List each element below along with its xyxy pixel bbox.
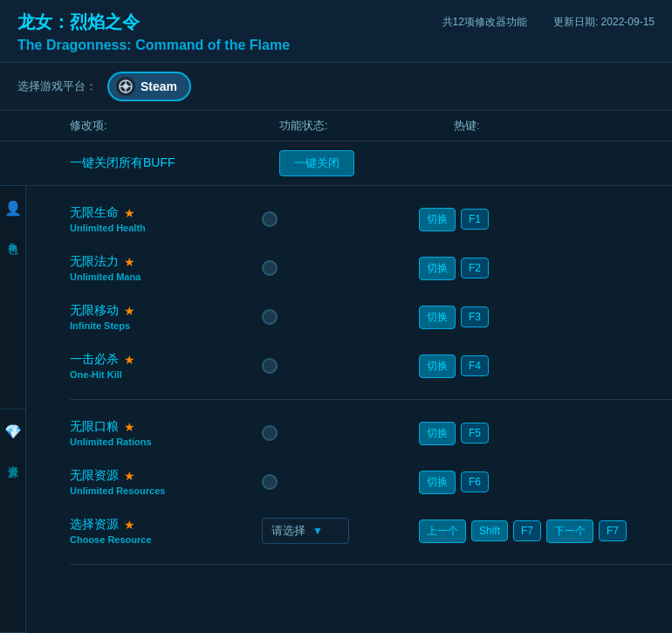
hotkey-switch-button[interactable]: 切换 — [419, 257, 456, 280]
svg-point-1 — [123, 84, 128, 89]
table-row: 无限法力 ★ Unlimited Mana 切换 F2 — [70, 244, 672, 292]
hotkey-key: F3 — [461, 306, 489, 327]
hotkey-switch-button[interactable]: 切换 — [419, 354, 456, 378]
toggle-switch[interactable] — [262, 425, 278, 441]
header-meta: 共12项修改器功能 更新日期: 2022-09-15 — [442, 15, 655, 30]
resources-section: 无限口粮 ★ Unlimited Rations 切换 F5 — [70, 400, 672, 565]
next-hotkey-key: F7 — [599, 520, 627, 541]
character-icon: 👤 — [4, 200, 22, 217]
resources-section-label: 资源 — [5, 458, 20, 461]
star-icon: ★ — [124, 255, 135, 269]
mod-cn-label: 选择资源 — [70, 517, 119, 533]
prev-hotkey-mod[interactable]: Shift — [471, 520, 508, 541]
col-header-status: 功能状态: — [279, 118, 454, 134]
col-header-hotkey: 热键: — [454, 118, 655, 134]
chevron-down-icon: ▼ — [312, 525, 323, 537]
table-row: 无限生命 ★ Unlimited Health 切换 F1 — [70, 195, 672, 244]
total-features: 共12项修改器功能 — [442, 15, 527, 30]
sidebar-section-character: 👤 角色 — [0, 186, 25, 409]
hotkey-key: F6 — [461, 471, 489, 492]
mod-en-label: Unlimited Rations — [70, 437, 262, 447]
next-label: 下一个 — [554, 524, 586, 539]
header-top: 龙女：烈焰之令 共12项修改器功能 更新日期: 2022-09-15 — [17, 10, 655, 34]
mod-name-choose-resource: 选择资源 ★ Choose Resource — [70, 517, 262, 545]
toggle-area: 请选择 ▼ — [262, 518, 419, 544]
header: 龙女：烈焰之令 共12项修改器功能 更新日期: 2022-09-15 The D… — [0, 0, 672, 63]
hotkey-switch-button[interactable]: 切换 — [419, 422, 456, 445]
prev-hotkey-key: F7 — [513, 520, 541, 541]
hotkey-area: 切换 F5 — [419, 422, 489, 445]
mod-name-infinite-steps: 无限移动 ★ Infinite Steps — [70, 303, 262, 331]
mod-cn-label: 无限口粮 — [70, 419, 119, 435]
mod-en-label: Unlimited Resources — [70, 485, 262, 496]
steam-button[interactable]: Steam — [107, 72, 191, 101]
character-section-label: 角色 — [5, 234, 20, 237]
steam-icon — [116, 77, 135, 96]
hotkey-area: 切换 F1 — [419, 208, 489, 231]
toggle-area — [262, 474, 419, 490]
character-section: 无限生命 ★ Unlimited Health 切换 F1 — [70, 186, 672, 400]
mod-name-unlimited-health: 无限生命 ★ Unlimited Health — [70, 205, 262, 233]
mod-name-unlimited-mana: 无限法力 ★ Unlimited Mana — [70, 254, 262, 282]
oneclick-row: 一键关闭所有BUFF 一键关闭 — [0, 141, 672, 186]
mod-cn-label: 无限法力 — [70, 254, 119, 270]
col-header-mod: 修改项: — [70, 118, 279, 134]
toggle-area — [262, 425, 419, 441]
table-row: 无限移动 ★ Infinite Steps 切换 F3 — [70, 292, 672, 341]
content-area: 无限生命 ★ Unlimited Health 切换 F1 — [26, 186, 672, 633]
mod-name-one-hit-kill: 一击必杀 ★ One-Hit Kill — [70, 352, 262, 380]
hotkey-switch-button[interactable]: 切换 — [419, 471, 456, 494]
star-icon: ★ — [124, 469, 135, 483]
hotkey-area: 切换 F6 — [419, 471, 489, 494]
mod-cn-label: 无限移动 — [70, 303, 119, 319]
hotkey-switch-button[interactable]: 切换 — [419, 306, 456, 329]
sidebar-section-resources: 💎 资源 — [0, 409, 25, 633]
resources-icon: 💎 — [4, 423, 22, 440]
sidebar: 👤 角色 💎 资源 — [0, 186, 26, 633]
star-icon: ★ — [124, 304, 135, 318]
mod-cn-label: 一击必杀 — [70, 352, 119, 368]
column-headers: 修改项: 功能状态: 热键: — [0, 111, 672, 141]
hotkey-switch-button[interactable]: 切换 — [419, 208, 456, 231]
toggle-switch[interactable] — [262, 211, 278, 227]
prev-button[interactable]: 上一个 — [419, 519, 466, 543]
star-icon: ★ — [124, 518, 135, 532]
mod-en-label: One-Hit Kill — [70, 369, 262, 380]
star-icon: ★ — [124, 353, 135, 367]
hotkey-key: F2 — [461, 258, 489, 279]
mod-name-unlimited-rations: 无限口粮 ★ Unlimited Rations — [70, 419, 262, 447]
mod-en-label: Unlimited Health — [70, 223, 262, 233]
table-row: 选择资源 ★ Choose Resource 请选择 ▼ 上一个 — [70, 506, 672, 555]
oneclick-button[interactable]: 一键关闭 — [279, 150, 354, 176]
game-title-cn: 龙女：烈焰之令 — [17, 10, 140, 34]
hotkey-area: 切换 F4 — [419, 354, 489, 378]
toggle-switch[interactable] — [262, 474, 278, 490]
toggle-switch[interactable] — [262, 309, 278, 325]
update-date: 更新日期: 2022-09-15 — [553, 15, 655, 30]
platform-label: 选择游戏平台： — [17, 79, 97, 94]
toggle-area — [262, 309, 419, 325]
oneclick-label: 一键关闭所有BUFF — [70, 155, 279, 171]
hotkey-area: 切换 F2 — [419, 257, 489, 280]
resource-select-dropdown[interactable]: 请选择 ▼ — [262, 518, 349, 544]
table-row: 无限口粮 ★ Unlimited Rations 切换 F5 — [70, 409, 672, 458]
game-title-en: The Dragonness: Command of the Flame — [17, 38, 655, 53]
next-button[interactable]: 下一个 — [546, 519, 593, 543]
mod-cn-label: 无限生命 — [70, 205, 119, 221]
platform-bar: 选择游戏平台： Steam — [0, 63, 672, 111]
mod-cn-label: 无限资源 — [70, 468, 119, 484]
mod-name-unlimited-resources: 无限资源 ★ Unlimited Resources — [70, 468, 262, 496]
toggle-area — [262, 260, 419, 276]
hotkey-area: 切换 F3 — [419, 306, 489, 329]
hotkey-area: 上一个 Shift F7 下一个 F7 — [419, 519, 627, 543]
toggle-switch[interactable] — [262, 260, 278, 276]
star-icon: ★ — [124, 206, 135, 220]
select-placeholder: 请选择 — [271, 523, 305, 539]
prev-label: 上一个 — [427, 524, 458, 539]
hotkey-key: F4 — [461, 355, 489, 376]
mod-en-label: Choose Resource — [70, 534, 262, 545]
toggle-switch[interactable] — [262, 358, 278, 374]
steam-label: Steam — [141, 79, 177, 93]
app-container: 龙女：烈焰之令 共12项修改器功能 更新日期: 2022-09-15 The D… — [0, 0, 672, 633]
hotkey-key: F1 — [461, 209, 489, 230]
